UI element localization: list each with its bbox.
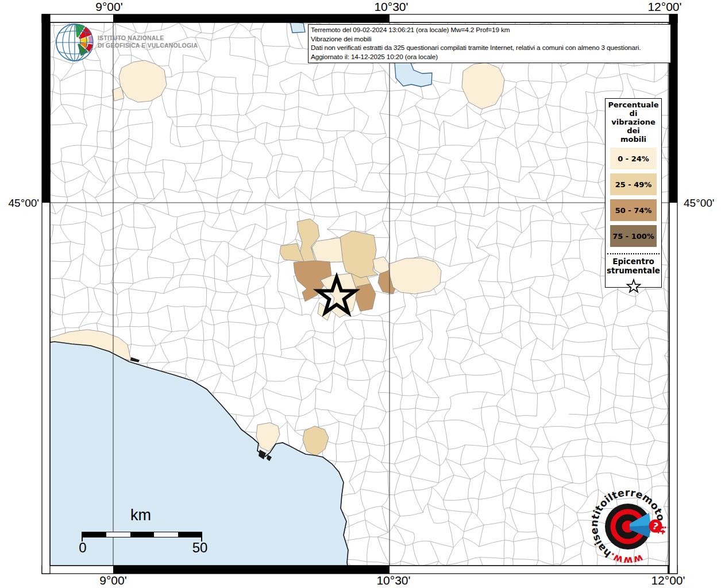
legend-class-50-74: 50 - 74% [610,199,657,221]
axis-bottom-12: 12°00' [645,574,691,587]
event-data-note: Dati non verificati estratti da 325 ques… [311,44,668,53]
region-massa [303,426,329,456]
legend-title-line: Percentuale [606,100,661,109]
axis-top-9: 9°00' [86,0,132,14]
region-milano [119,60,167,102]
ingv-wordmark: ISTITUTO NAZIONALE DI GEOFISICA E VULCAN… [98,34,198,49]
event-title: Terremoto del 09-02-2024 13:06:21 (ora l… [311,26,668,35]
island [130,357,140,362]
region-cl-cream-mid [312,238,344,262]
region-cl-tan-big [340,231,378,278]
legend-title-line: dei [606,126,661,135]
ingv-logo-globe [56,24,94,61]
legend-epicenter-line: strumentale [606,266,661,275]
ingv-name-line1: ISTITUTO NAZIONALE [98,34,198,42]
website-tld: .it [656,521,668,535]
legend-star-icon [606,278,661,296]
region-cl-tan-left [280,243,304,262]
event-updated-at: Aggiornato il: 14-12-2025 10:20 (ora loc… [311,53,668,62]
axis-top-12: 12°00' [642,0,688,14]
lake [395,60,432,87]
lake [290,22,305,33]
scale-bar-segments [82,532,202,537]
event-info-box: Terremoto del 09-02-2024 13:06:21 (ora l… [308,24,671,63]
legend-title-line: mobili [606,135,661,144]
map-stage: ? www.haisentitoilterremoto.it ISTITUTO … [0,0,721,588]
axis-left-45: 45°00' [1,197,39,210]
legend-class-25-49: 25 - 49% [610,173,657,195]
legend-title-line: vibrazione [606,118,661,126]
event-map-type: Vibrazione dei mobili [311,35,668,44]
website-www: www. [607,551,644,567]
scale-bar: km 0 50 [78,509,215,557]
legend-epicenter-line: Epicentro [606,257,661,266]
legend-panel: Percentuale di vibrazione dei mobili 0 -… [605,98,662,288]
scale-unit-label: km [130,506,151,524]
axis-top-1030: 10°30' [368,0,414,14]
axis-bottom-9: 9°00' [90,574,136,587]
scale-start-label: 0 [78,540,88,556]
axis-right-45: 45°00' [684,197,720,210]
axis-bottom-1030: 10°30' [371,574,417,587]
haisentitoilterremoto-logo: ? www.haisentitoilterremoto.it [588,487,668,566]
ingv-name-line2: DI GEOFISICA E VULCANOLOGIA [98,42,198,49]
legend-class-75-100: 75 - 100% [610,225,657,247]
legend-divider [607,253,660,254]
region-cl-cream-band [388,258,441,294]
scale-end-label: 50 [191,540,209,556]
legend-class-0-24: 0 - 24% [610,148,657,169]
region-cl-brown-right [356,284,376,311]
legend-title-line: di [606,109,661,118]
